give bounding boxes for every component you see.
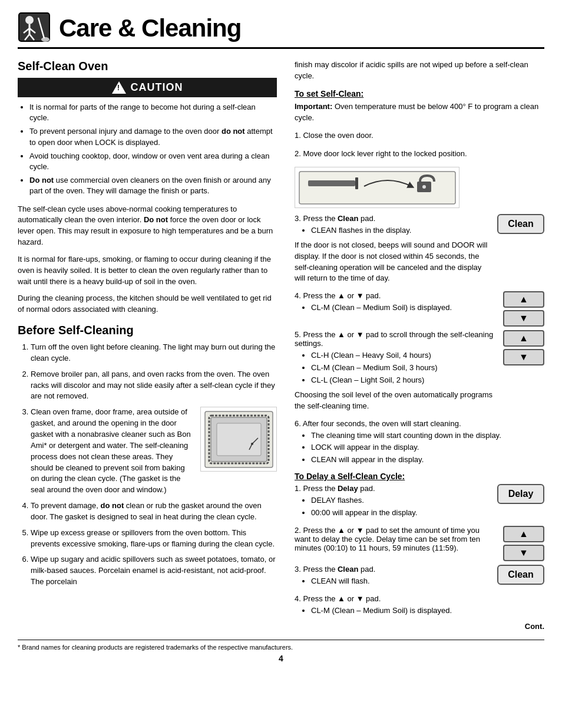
delay-step-3-content: 3. Press the Clean pad. CLEAN will flash… xyxy=(295,565,491,591)
list-item: CL-L (Clean – Light Soil, 2 hours) xyxy=(311,375,497,386)
svg-point-20 xyxy=(422,185,426,189)
delay-step-4-bullets: CL-M (Clean – Medium Soil) is displayed. xyxy=(300,605,544,617)
list-item: CL-H (Clean – Heavy Soil, 4 hours) xyxy=(311,350,497,361)
list-item: Clean oven frame, door frame, area outsi… xyxy=(31,407,277,496)
step-5-text: 5. Press the ▲ or ▼ pad to scroll throug… xyxy=(295,330,497,348)
delay-step-4-content: 4. Press the ▲ or ▼ pad. CL-M (Clean – M… xyxy=(295,594,544,617)
list-item: 00:00 will appear in the display. xyxy=(311,508,491,519)
door-lock-diagram xyxy=(295,167,459,208)
delay-self-clean-title: To Delay a Self-Clean Cycle: xyxy=(295,472,544,481)
list-item: Wipe up excess grease or spillovers from… xyxy=(31,528,277,550)
arrow-buttons-1: ▲ ▼ xyxy=(503,291,544,327)
step-5-extra: Choosing the soil level of the oven auto… xyxy=(295,390,497,412)
delay-step-2-text: 2. Press the ▲ or ▼ pad to set the amoun… xyxy=(295,526,497,552)
svg-rect-0 xyxy=(19,13,49,41)
svg-rect-18 xyxy=(355,177,358,189)
list-item: Wipe up sugary and acidic spillovers suc… xyxy=(31,554,277,588)
list-item: Avoid touching cooktop, door, window or … xyxy=(29,151,277,172)
page-title: Care & Cleaning xyxy=(59,14,241,42)
body-paragraph-3: During the cleaning process, the kitchen… xyxy=(18,293,277,315)
set-self-clean-title: To set Self-Clean: xyxy=(295,89,544,98)
step-3-bullets: CLEAN flashes in the display. xyxy=(300,225,491,236)
main-content: Self-Clean Oven CAUTION It is normal for… xyxy=(18,60,544,631)
step-3-text: 3. Press the Clean pad. xyxy=(295,214,491,223)
right-continuation-text: finish may discolor if acidic spills are… xyxy=(295,60,544,82)
list-item: LOCK will appear in the display. xyxy=(311,442,544,453)
delay-step-2-content: 2. Press the ▲ or ▼ pad to set the amoun… xyxy=(295,526,497,552)
down-arrow-button-2[interactable]: ▼ xyxy=(503,349,544,365)
svg-point-1 xyxy=(25,16,34,24)
page-number: 4 xyxy=(18,654,544,663)
svg-rect-11 xyxy=(217,423,261,456)
page-header: Care & Cleaning xyxy=(18,12,544,49)
right-column: finish may discolor if acidic spills are… xyxy=(295,60,544,631)
delay-step-1-content: 1. Press the Delay pad. DELAY flashes. 0… xyxy=(295,484,491,522)
step-3-extra: If the door is not closed, beeps will so… xyxy=(295,240,491,284)
down-arrow-button[interactable]: ▼ xyxy=(503,310,544,327)
list-item: The cleaning time will start counting do… xyxy=(311,430,544,442)
delay-step-3-bullets: CLEAN will flash. xyxy=(300,576,491,587)
step-4-text: 4. Press the ▲ or ▼ pad. xyxy=(295,291,497,300)
caution-label: CAUTION xyxy=(131,81,183,94)
step-1: 1. Close the oven door. xyxy=(295,130,544,141)
step-4-content: 4. Press the ▲ or ▼ pad. CL-M (Clean – M… xyxy=(295,291,497,317)
delay-step-1-text: 1. Press the Delay pad. xyxy=(295,484,491,493)
up-arrow-button-2[interactable]: ▲ xyxy=(503,330,544,347)
step-6-bullets: The cleaning time will start counting do… xyxy=(300,430,544,466)
clean-button-2[interactable]: Clean xyxy=(497,565,544,585)
before-self-cleaning-title: Before Self-Cleaning xyxy=(18,324,277,337)
cleaning-icon xyxy=(18,12,53,44)
up-arrow-button-3[interactable]: ▲ xyxy=(503,526,544,542)
list-item: Do not use commercial oven cleaners on t… xyxy=(29,175,277,196)
delay-step-4-text: 4. Press the ▲ or ▼ pad. xyxy=(295,594,544,603)
step-5-bullets: CL-H (Clean – Heavy Soil, 4 hours) CL-M … xyxy=(300,350,497,386)
body-paragraph-1: The self-clean cycle uses above-normal c… xyxy=(18,204,277,248)
list-item: CL-M (Clean – Medium Soil) is displayed. xyxy=(311,302,497,314)
up-arrow-button[interactable]: ▲ xyxy=(503,291,544,308)
caution-box: CAUTION xyxy=(18,78,277,97)
cont-label: Cont. xyxy=(295,622,544,631)
arrow-buttons-2: ▲ ▼ xyxy=(503,330,544,365)
gasket-image xyxy=(200,407,277,472)
step-5-content: 5. Press the ▲ or ▼ pad to scroll throug… xyxy=(295,330,497,415)
step-6-content: 6. After four seconds, the oven will sta… xyxy=(295,419,544,466)
section-title-self-clean: Self-Clean Oven xyxy=(18,60,277,73)
svg-point-15 xyxy=(251,443,253,445)
left-column: Self-Clean Oven CAUTION It is normal for… xyxy=(18,60,277,631)
list-item: CLEAN will appear in the display. xyxy=(311,454,544,466)
list-item: Turn off the oven light before cleaning.… xyxy=(31,342,277,364)
clean-button-1[interactable]: Clean xyxy=(497,214,544,234)
delay-step-1-bullets: DELAY flashes. 00:00 will appear in the … xyxy=(300,495,491,519)
caution-bullets-list: It is normal for parts of the range to b… xyxy=(18,102,277,197)
list-item: CLEAN will flash. xyxy=(311,576,491,587)
before-steps-list: Turn off the oven light before cleaning.… xyxy=(18,342,277,588)
step-3-content: 3. Press the Clean pad. CLEAN flashes in… xyxy=(295,214,491,288)
step-4-bullets: CL-M (Clean – Medium Soil) is displayed. xyxy=(300,302,497,314)
step-6-text: 6. After four seconds, the oven will sta… xyxy=(295,419,544,428)
list-item: DELAY flashes. xyxy=(311,495,491,506)
delay-step-3-text: 3. Press the Clean pad. xyxy=(295,565,491,574)
down-arrow-button-3[interactable]: ▼ xyxy=(503,545,544,561)
footnote: * Brand names for cleaning products are … xyxy=(18,644,544,651)
list-item: CLEAN flashes in the display. xyxy=(311,225,491,236)
list-item: To prevent personal injury and damage to… xyxy=(29,126,277,147)
list-item: CL-M (Clean – Medium Soil) is displayed. xyxy=(311,605,544,617)
body-paragraph-2: It is normal for flare-ups, smoking, or … xyxy=(18,254,277,288)
caution-triangle-icon xyxy=(112,81,126,94)
list-item: To prevent damage, do not clean or rub t… xyxy=(31,500,277,523)
step-2: 2. Move door lock lever right to the loc… xyxy=(295,149,544,160)
list-item: It is normal for parts of the range to b… xyxy=(29,102,277,123)
list-item: CL-M (Clean – Medium Soil, 3 hours) xyxy=(311,363,497,374)
arrow-buttons-3: ▲ ▼ xyxy=(503,526,544,561)
list-item: Remove broiler pan, all pans, and oven r… xyxy=(31,369,277,403)
important-text: Important: Oven temperature must be belo… xyxy=(295,101,544,124)
svg-rect-17 xyxy=(308,180,355,186)
svg-point-8 xyxy=(41,37,49,42)
delay-button[interactable]: Delay xyxy=(497,484,544,504)
page-footer: * Brand names for cleaning products are … xyxy=(18,640,544,663)
